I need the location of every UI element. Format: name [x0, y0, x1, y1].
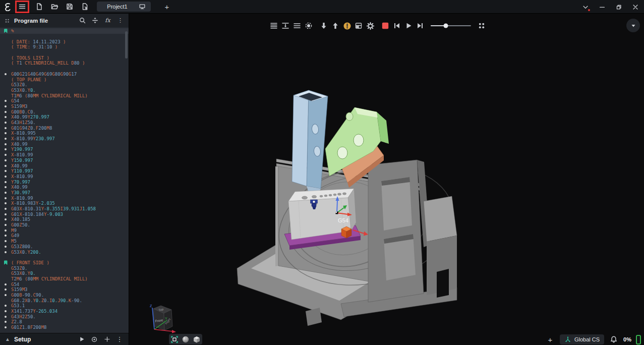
format-fx-icon[interactable]: fx	[103, 16, 112, 25]
speed-slider[interactable]	[431, 20, 471, 31]
search-icon[interactable]	[78, 16, 87, 25]
3d-viewport[interactable]: G54 Top Front Right Z Y X	[129, 14, 644, 345]
gcode-line[interactable]	[0, 34, 129, 39]
setup-target-icon[interactable]	[90, 335, 98, 343]
gcode-line[interactable]: G00Z50.	[0, 222, 129, 228]
iso-cube-icon[interactable]	[192, 335, 201, 344]
gcode-line[interactable]: ( DATE: 14.11.2023 )	[0, 39, 129, 44]
gcode-line[interactable]: X40.99	[0, 163, 129, 168]
gcode-line[interactable]: G54	[0, 281, 129, 287]
gcode-editor[interactable]: %( DATE: 14.11.2023 )( TIME: 9:31:10 )( …	[0, 27, 129, 333]
bookmark-flag-icon[interactable]	[4, 29, 8, 33]
save-file-button[interactable]	[65, 2, 75, 12]
expand-dots-icon[interactable]	[476, 20, 487, 31]
add-cs-button[interactable]: +	[545, 334, 555, 344]
gcode-line[interactable]: ( FRONT SIDE )	[0, 260, 129, 266]
gcode-line[interactable]: T2M6 (80MM CYLINDRICAL MILL)	[0, 276, 129, 282]
gcode-line[interactable]: ( TOP PLANE )	[0, 77, 129, 82]
gcode-line[interactable]: ( TIME: 9:31:10 )	[0, 44, 129, 50]
bookmark-flag-icon[interactable]	[4, 260, 8, 265]
skip-to-end-icon[interactable]	[415, 20, 426, 31]
coordinate-system-selector[interactable]: Global CS	[560, 334, 604, 344]
gcode-line[interactable]: Y70.997	[0, 179, 129, 185]
gcode-line[interactable]: G53Z0.	[0, 82, 129, 88]
gcode-line[interactable]: G53X0.Y0.	[0, 271, 129, 276]
collapse-chevron-icon[interactable]: ▲	[5, 336, 10, 342]
gcode-line[interactable]: G53X0.Y0.	[0, 88, 129, 93]
maximize-button[interactable]	[614, 3, 623, 12]
table-icon[interactable]	[353, 20, 364, 31]
shaded-sphere-icon[interactable]	[181, 335, 190, 344]
step-up-icon[interactable]	[330, 20, 341, 31]
gcode-line[interactable]: X-810.99	[0, 152, 129, 158]
gcode-line[interactable]: T1M6 (80MM CYLINDRICAL MILL)	[0, 93, 129, 98]
gcode-line[interactable]: G54	[0, 98, 129, 104]
open-file-button[interactable]	[49, 2, 60, 12]
gcode-line[interactable]: Y190.997	[0, 147, 129, 152]
gcode-line[interactable]: G01X-810.184Y-9.003	[0, 211, 129, 217]
gcode-line[interactable]: G03X-810.31Y-8.355I39.931J1.058	[0, 206, 129, 212]
gcode-line[interactable]	[0, 50, 129, 55]
play-icon[interactable]	[403, 20, 414, 31]
gcode-line[interactable]: M5	[0, 239, 129, 244]
drag-handle-icon[interactable]	[4, 18, 10, 24]
editor-scrollbar[interactable]	[125, 31, 128, 59]
gcode-line[interactable]: %	[0, 28, 129, 34]
gcode-line[interactable]: Z2.8	[0, 319, 129, 325]
gcode-line[interactable]: X40.185	[0, 217, 129, 222]
slider-handle[interactable]	[444, 24, 448, 28]
selection-circle-icon[interactable]	[303, 20, 314, 31]
gcode-line[interactable]: Y30.997	[0, 190, 129, 196]
gcode-line[interactable]: G00B0.C0.	[0, 109, 129, 114]
close-button[interactable]	[631, 3, 640, 12]
setup-add-icon[interactable]	[103, 335, 111, 343]
gcode-line[interactable]	[0, 255, 129, 260]
new-tab-button[interactable]: +	[162, 2, 172, 12]
new-file-button[interactable]	[34, 2, 44, 12]
gcode-line[interactable]: G01G94Z0.F200M8	[0, 125, 129, 131]
gcode-line[interactable]	[0, 66, 129, 72]
gcode-line[interactable]: G43H1Z50.	[0, 120, 129, 126]
gcode-line[interactable]: M9	[0, 227, 129, 233]
gcode-line[interactable]: Y110.997	[0, 168, 129, 174]
gcode-line[interactable]: G01Z1.8F200M8	[0, 325, 129, 330]
program-lines-icon[interactable]	[268, 20, 279, 31]
gcode-line[interactable]: ( TOOLS LIST )	[0, 55, 129, 61]
step-down-icon[interactable]	[318, 20, 329, 31]
gcode-line[interactable]: Y150.997	[0, 158, 129, 163]
gcode-line[interactable]: G68.2X0.Y0.Z0.I0.J90.K-90.	[0, 298, 129, 303]
gcode-line[interactable]: S159M3	[0, 104, 129, 109]
warnings-icon[interactable]	[341, 20, 353, 31]
gcode-line[interactable]: G43H2Z50.	[0, 314, 129, 319]
skip-to-start-icon[interactable]	[391, 20, 402, 31]
minimize-button[interactable]	[598, 3, 607, 12]
gcode-line[interactable]: X40.99Y270.997	[0, 114, 129, 120]
updates-chevron-button[interactable]	[581, 3, 590, 12]
settings-gear-icon[interactable]	[365, 20, 376, 31]
gcode-line[interactable]: G00B-90.C90.	[0, 293, 129, 298]
setup-play-icon[interactable]	[78, 335, 86, 343]
dense-lines-icon[interactable]	[291, 20, 303, 31]
gcode-line[interactable]: X141.737Y-265.034	[0, 309, 129, 314]
document-tab[interactable]: Project1	[97, 2, 151, 12]
gcode-line[interactable]: G00G21G40G49G69G80G90G17	[0, 72, 129, 77]
gcode-line[interactable]: G53.1	[0, 303, 129, 309]
setup-more-options-icon[interactable]: ⋮	[115, 335, 124, 343]
goto-line-icon[interactable]	[280, 20, 291, 31]
gcode-line[interactable]: G53X0.Y200.	[0, 249, 129, 255]
gcode-line[interactable]: X-810.99	[0, 174, 129, 180]
view-cube[interactable]: Top Front Right Z Y X	[150, 304, 176, 337]
gcode-line[interactable]: X-810.995	[0, 131, 129, 136]
panel-more-options-icon[interactable]: ⋮	[116, 16, 125, 25]
notifications-bell-icon[interactable]	[609, 334, 619, 344]
gcode-line[interactable]: G53Z0.	[0, 265, 129, 271]
gcode-line[interactable]: S159M3	[0, 287, 129, 293]
gcode-line[interactable]: X40.99	[0, 141, 129, 147]
stop-icon[interactable]	[380, 20, 391, 31]
gcode-line[interactable]: G49	[0, 233, 129, 239]
gcode-line[interactable]: ( T1 CYLINDRICAL_MILL D80 )	[0, 61, 129, 66]
gcode-line[interactable]: X-810.99Y230.997	[0, 136, 129, 142]
gcode-line[interactable]: X40.99	[0, 185, 129, 190]
hamburger-menu-button[interactable]	[17, 2, 27, 12]
frame-select-icon[interactable]	[170, 335, 179, 344]
